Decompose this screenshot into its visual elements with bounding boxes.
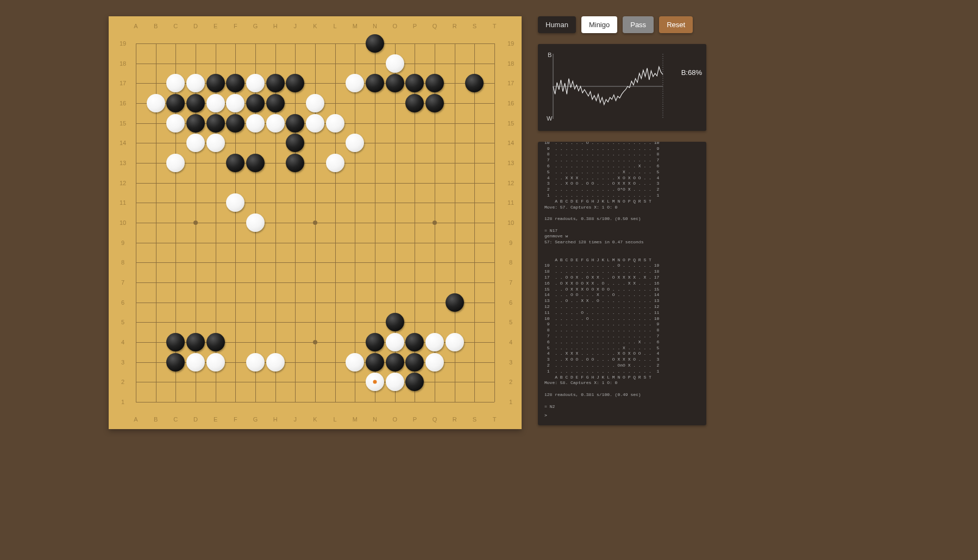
white-stone [186,74,205,92]
col-label: N [369,23,380,29]
black-stone [366,74,384,92]
black-stone [366,353,384,372]
white-stone [246,213,265,232]
black-stone [386,313,404,331]
col-label: Q [429,23,440,29]
row-label: 15 [505,120,516,127]
black-stone [166,353,185,372]
grid-line [136,303,494,303]
white-stone [326,154,344,172]
grid-line [494,43,495,402]
white-stone [266,114,285,133]
pass-button[interactable]: Pass [623,16,654,33]
col-label: D [190,23,201,29]
winrate-chart: BW [543,49,685,125]
col-label: T [489,23,500,29]
white-stone [306,114,324,133]
col-label: M [349,416,360,423]
row-label: 11 [505,199,516,206]
white-stone [166,74,185,92]
col-label: O [390,416,400,423]
col-label: K [310,416,321,423]
white-stone [425,333,444,351]
col-label: L [330,23,341,29]
black-stone [266,74,285,92]
log-text: 1 . . . . . . . . . . . . . . . . . . . … [544,142,659,409]
row-label: 2 [117,379,128,385]
grid-line [355,43,355,402]
human-button[interactable]: Human [538,16,576,33]
grid-line [335,43,336,402]
row-label: 3 [117,359,128,366]
row-label: 14 [505,140,516,146]
white-stone [186,353,205,372]
star-point [313,221,317,225]
col-label: R [449,416,460,423]
black-stone [405,74,424,92]
star-point [313,340,317,344]
grid-line [136,322,494,323]
row-label: 18 [505,60,516,67]
col-label: S [469,23,480,29]
black-stone [246,94,265,112]
white-stone [306,94,324,112]
white-stone [147,94,165,112]
row-label: 15 [117,120,128,127]
white-stone [446,333,464,351]
black-stone [405,353,424,372]
row-label: 12 [117,180,128,186]
row-label: 10 [117,219,128,226]
row-label: 8 [505,259,516,266]
white-stone [386,54,404,73]
white-stone [226,193,244,212]
black-stone [186,333,205,351]
col-label: C [170,23,181,29]
row-label: 12 [505,180,516,186]
engine-log[interactable]: 1 . . . . . . . . . . . . . . . . . . . … [538,142,706,425]
black-stone [206,114,225,133]
row-label: 4 [505,339,516,345]
col-label: S [469,416,480,423]
col-label: R [449,23,460,29]
row-label: 4 [117,339,128,345]
log-prompt: > [544,413,702,419]
col-label: H [270,23,281,29]
grid-line [136,262,494,263]
col-label: L [330,416,341,423]
row-label: 6 [117,299,128,306]
col-label: H [270,416,281,423]
black-stone [386,74,404,92]
row-label: 9 [505,240,516,246]
black-stone [286,114,304,133]
row-label: 5 [505,319,516,325]
black-stone [286,74,304,92]
white-stone [266,353,285,372]
col-label: F [230,416,241,423]
white-stone [246,353,265,372]
reset-button[interactable]: Reset [659,16,693,33]
minigo-button[interactable]: Minigo [581,16,617,33]
row-label: 16 [117,100,128,106]
col-label: D [190,416,201,423]
col-label: F [230,23,241,29]
last-move-marker [373,380,377,384]
col-label: N [369,416,380,423]
black-stone [226,114,244,133]
black-stone [166,94,185,112]
row-label: 7 [505,279,516,286]
col-label: A [130,416,141,423]
go-board[interactable]: AABBCCDDEEFFGGHHJJKKLLMMNNOOPPQQRRSSTT19… [109,16,522,429]
svg-text:W: W [547,115,553,122]
col-label: A [130,23,141,29]
col-label: C [170,416,181,423]
winrate-value: B:68% [681,68,702,77]
white-stone [206,134,225,152]
white-stone [386,373,404,391]
black-stone [226,74,244,92]
white-stone [186,134,205,152]
black-stone [386,353,404,372]
col-label: E [210,23,221,29]
grid-line [136,402,494,402]
white-stone [166,114,185,133]
white-stone [425,353,444,372]
